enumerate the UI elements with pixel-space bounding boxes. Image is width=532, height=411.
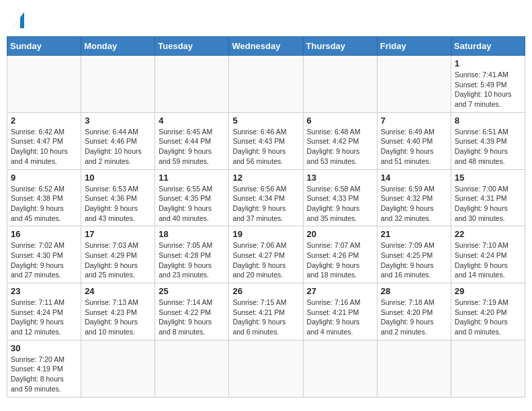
day-info: Sunrise: 7:03 AM Sunset: 4:29 PM Dayligh… <box>85 240 151 280</box>
day-info: Sunrise: 7:11 AM Sunset: 4:24 PM Dayligh… <box>11 298 77 337</box>
calendar-cell <box>155 56 229 113</box>
day-number: 3 <box>85 116 151 126</box>
day-info: Sunrise: 6:45 AM Sunset: 4:44 PM Dayligh… <box>159 127 225 167</box>
weekday-header-sunday: Sunday <box>7 37 81 56</box>
calendar-cell: 14Sunrise: 6:59 AM Sunset: 4:32 PM Dayli… <box>377 169 451 226</box>
day-info: Sunrise: 7:10 AM Sunset: 4:24 PM Dayligh… <box>455 240 521 280</box>
calendar-cell: 1Sunrise: 7:41 AM Sunset: 5:49 PM Daylig… <box>451 56 525 113</box>
calendar-header: SundayMondayTuesdayWednesdayThursdayFrid… <box>7 37 525 56</box>
calendar-cell: 15Sunrise: 7:00 AM Sunset: 4:31 PM Dayli… <box>451 169 525 226</box>
day-info: Sunrise: 6:49 AM Sunset: 4:40 PM Dayligh… <box>381 127 447 167</box>
calendar-cell: 5Sunrise: 6:46 AM Sunset: 4:43 PM Daylig… <box>229 112 303 169</box>
day-number: 12 <box>232 173 299 183</box>
calendar-cell <box>451 340 525 397</box>
day-number: 21 <box>381 229 447 239</box>
day-number: 25 <box>159 286 225 296</box>
calendar-cell: 8Sunrise: 6:51 AM Sunset: 4:39 PM Daylig… <box>451 112 525 169</box>
calendar-cell: 29Sunrise: 7:19 AM Sunset: 4:20 PM Dayli… <box>451 283 525 340</box>
day-info: Sunrise: 7:15 AM Sunset: 4:21 PM Dayligh… <box>232 298 299 337</box>
logo-icon <box>9 7 34 31</box>
day-number: 27 <box>307 286 373 296</box>
calendar-cell <box>229 340 303 397</box>
weekday-header-saturday: Saturday <box>451 37 525 56</box>
calendar-cell: 3Sunrise: 6:44 AM Sunset: 4:46 PM Daylig… <box>81 112 155 169</box>
day-info: Sunrise: 7:14 AM Sunset: 4:22 PM Dayligh… <box>159 298 225 337</box>
calendar-cell: 9Sunrise: 6:52 AM Sunset: 4:38 PM Daylig… <box>7 169 81 226</box>
day-info: Sunrise: 6:58 AM Sunset: 4:33 PM Dayligh… <box>307 184 373 224</box>
day-info: Sunrise: 7:00 AM Sunset: 4:31 PM Dayligh… <box>455 184 521 224</box>
calendar-cell: 19Sunrise: 7:06 AM Sunset: 4:27 PM Dayli… <box>229 226 303 283</box>
day-info: Sunrise: 7:20 AM Sunset: 4:19 PM Dayligh… <box>11 355 77 394</box>
day-number: 11 <box>159 173 225 183</box>
day-number: 24 <box>85 286 151 296</box>
day-number: 6 <box>307 116 373 126</box>
day-number: 14 <box>381 173 447 183</box>
weekday-header-monday: Monday <box>81 37 155 56</box>
calendar-cell: 24Sunrise: 7:13 AM Sunset: 4:23 PM Dayli… <box>81 283 155 340</box>
day-info: Sunrise: 6:56 AM Sunset: 4:34 PM Dayligh… <box>232 184 299 224</box>
calendar-body: 1Sunrise: 7:41 AM Sunset: 5:49 PM Daylig… <box>7 56 525 398</box>
calendar-cell <box>377 56 451 113</box>
calendar-week-1: 2Sunrise: 6:42 AM Sunset: 4:47 PM Daylig… <box>7 112 525 169</box>
day-number: 4 <box>159 116 225 126</box>
day-info: Sunrise: 7:02 AM Sunset: 4:30 PM Dayligh… <box>11 240 77 280</box>
calendar-week-2: 9Sunrise: 6:52 AM Sunset: 4:38 PM Daylig… <box>7 169 525 226</box>
calendar-cell: 12Sunrise: 6:56 AM Sunset: 4:34 PM Dayli… <box>229 169 303 226</box>
day-info: Sunrise: 7:16 AM Sunset: 4:21 PM Dayligh… <box>307 298 373 337</box>
day-info: Sunrise: 6:44 AM Sunset: 4:46 PM Dayligh… <box>85 127 151 167</box>
logo <box>9 7 36 31</box>
calendar-cell: 11Sunrise: 6:55 AM Sunset: 4:35 PM Dayli… <box>155 169 229 226</box>
weekday-header-thursday: Thursday <box>303 37 377 56</box>
calendar-cell: 20Sunrise: 7:07 AM Sunset: 4:26 PM Dayli… <box>303 226 377 283</box>
day-number: 19 <box>232 229 299 239</box>
calendar-cell: 23Sunrise: 7:11 AM Sunset: 4:24 PM Dayli… <box>7 283 81 340</box>
day-number: 18 <box>159 229 225 239</box>
day-info: Sunrise: 7:05 AM Sunset: 4:28 PM Dayligh… <box>159 240 225 280</box>
day-info: Sunrise: 6:46 AM Sunset: 4:43 PM Dayligh… <box>232 127 299 167</box>
calendar-cell: 16Sunrise: 7:02 AM Sunset: 4:30 PM Dayli… <box>7 226 81 283</box>
day-info: Sunrise: 7:13 AM Sunset: 4:23 PM Dayligh… <box>85 298 151 337</box>
calendar-cell: 10Sunrise: 6:53 AM Sunset: 4:36 PM Dayli… <box>81 169 155 226</box>
day-number: 7 <box>381 116 447 126</box>
day-number: 29 <box>455 286 521 296</box>
weekday-header-friday: Friday <box>377 37 451 56</box>
day-number: 9 <box>11 173 77 183</box>
day-number: 15 <box>455 173 521 183</box>
day-info: Sunrise: 7:18 AM Sunset: 4:20 PM Dayligh… <box>381 298 447 337</box>
day-number: 26 <box>232 286 299 296</box>
calendar-cell: 22Sunrise: 7:10 AM Sunset: 4:24 PM Dayli… <box>451 226 525 283</box>
day-number: 20 <box>307 229 373 239</box>
calendar-cell: 18Sunrise: 7:05 AM Sunset: 4:28 PM Dayli… <box>155 226 229 283</box>
day-info: Sunrise: 7:19 AM Sunset: 4:20 PM Dayligh… <box>455 298 521 337</box>
calendar-cell: 6Sunrise: 6:48 AM Sunset: 4:42 PM Daylig… <box>303 112 377 169</box>
day-info: Sunrise: 6:51 AM Sunset: 4:39 PM Dayligh… <box>455 127 521 167</box>
day-info: Sunrise: 7:07 AM Sunset: 4:26 PM Dayligh… <box>307 240 373 280</box>
day-number: 8 <box>455 116 521 126</box>
calendar-cell: 27Sunrise: 7:16 AM Sunset: 4:21 PM Dayli… <box>303 283 377 340</box>
calendar-cell: 25Sunrise: 7:14 AM Sunset: 4:22 PM Dayli… <box>155 283 229 340</box>
calendar-cell: 26Sunrise: 7:15 AM Sunset: 4:21 PM Dayli… <box>229 283 303 340</box>
day-number: 5 <box>232 116 299 126</box>
day-info: Sunrise: 6:42 AM Sunset: 4:47 PM Dayligh… <box>11 127 77 167</box>
calendar-cell: 4Sunrise: 6:45 AM Sunset: 4:44 PM Daylig… <box>155 112 229 169</box>
day-number: 13 <box>307 173 373 183</box>
day-info: Sunrise: 7:41 AM Sunset: 5:49 PM Dayligh… <box>455 70 521 109</box>
day-info: Sunrise: 6:52 AM Sunset: 4:38 PM Dayligh… <box>11 184 77 224</box>
calendar-cell: 2Sunrise: 6:42 AM Sunset: 4:47 PM Daylig… <box>7 112 81 169</box>
calendar-cell: 28Sunrise: 7:18 AM Sunset: 4:20 PM Dayli… <box>377 283 451 340</box>
day-info: Sunrise: 6:48 AM Sunset: 4:42 PM Dayligh… <box>307 127 373 167</box>
weekday-header-row: SundayMondayTuesdayWednesdayThursdayFrid… <box>7 37 525 56</box>
day-number: 10 <box>85 173 151 183</box>
calendar-cell <box>155 340 229 397</box>
day-info: Sunrise: 7:06 AM Sunset: 4:27 PM Dayligh… <box>232 240 299 280</box>
day-number: 16 <box>11 229 77 239</box>
day-info: Sunrise: 6:53 AM Sunset: 4:36 PM Dayligh… <box>85 184 151 224</box>
calendar-week-3: 16Sunrise: 7:02 AM Sunset: 4:30 PM Dayli… <box>7 226 525 283</box>
calendar-cell <box>7 56 81 113</box>
day-info: Sunrise: 6:59 AM Sunset: 4:32 PM Dayligh… <box>381 184 447 224</box>
calendar-cell <box>81 340 155 397</box>
weekday-header-wednesday: Wednesday <box>229 37 303 56</box>
page-header <box>7 7 525 31</box>
svg-marker-1 <box>12 17 20 28</box>
calendar-cell: 17Sunrise: 7:03 AM Sunset: 4:29 PM Dayli… <box>81 226 155 283</box>
